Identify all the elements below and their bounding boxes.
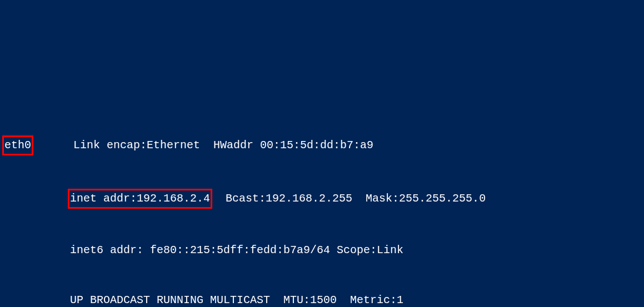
link-encap-line: Link encap:Ethernet HWaddr 00:15:5d:dd:b…: [73, 139, 373, 152]
inet6-addr: inet6 addr: fe80::215:5dff:fedd:b7a9/64 …: [70, 244, 403, 256]
iface-name: eth0: [4, 139, 31, 152]
interface-block-eth0: eth0 Link encap:Ethernet HWaddr 00:15:5d…: [0, 102, 644, 307]
inet-addr-highlight: inet addr:192.168.2.4: [68, 189, 212, 209]
inet6-line: inet6 addr: fe80::215:5dff:fedd:b7a9/64 …: [0, 242, 644, 259]
inet-addr: inet addr:192.168.2.4: [70, 192, 210, 205]
inet-addr-line: inet addr:192.168.2.4 Bcast:192.168.2.25…: [0, 189, 644, 209]
flags: UP BROADCAST RUNNING MULTICAST MTU:1500 …: [70, 294, 403, 306]
terminal-output: eth0 Link encap:Ethernet HWaddr 00:15:5d…: [0, 69, 644, 307]
iface-name-highlight: eth0: [2, 135, 33, 155]
iface-header-line: eth0 Link encap:Ethernet HWaddr 00:15:5d…: [0, 135, 644, 155]
inet-rest: Bcast:192.168.2.255 Mask:255.255.255.0: [212, 192, 486, 205]
flags-line: UP BROADCAST RUNNING MULTICAST MTU:1500 …: [0, 292, 644, 307]
